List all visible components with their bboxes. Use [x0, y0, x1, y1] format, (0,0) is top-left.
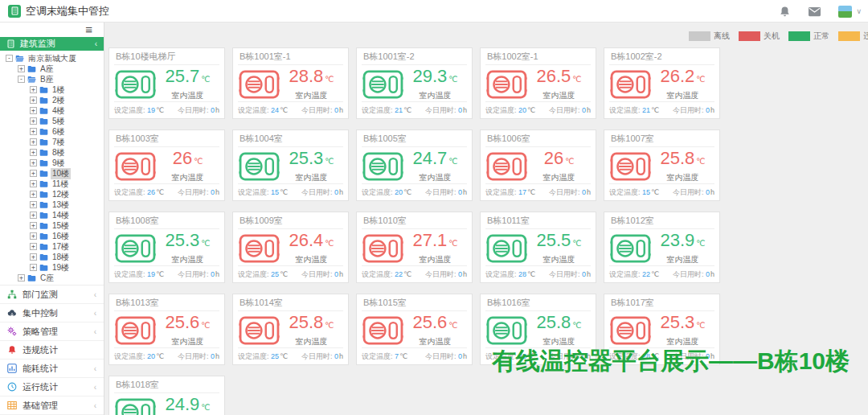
room-card[interactable]: B栋1015室 25.6℃ 室内温度 设定温度: 7℃ 今日用时: 0h: [356, 294, 473, 365]
legend-item: 违规: [838, 31, 868, 42]
tree-node-label: B座: [39, 74, 55, 85]
sidebar-collapse-button[interactable]: ≡: [85, 23, 92, 35]
room-card[interactable]: B栋10楼电梯厅 25.7℃ 室内温度 设定温度: 19℃ 今日用时: 0h: [108, 47, 225, 119]
tree-node[interactable]: + 15楼: [0, 220, 104, 231]
tree-expander-icon[interactable]: -: [6, 55, 13, 62]
tree-node[interactable]: - 南京新城大厦: [0, 53, 104, 64]
sidebar-item[interactable]: 违规统计: [0, 341, 104, 360]
room-card[interactable]: B栋1002室-1 26.5℃ 室内温度 设定温度: 20℃ 今日用时: 0h: [480, 47, 596, 119]
legend-swatch: [838, 31, 860, 41]
sidebar-item[interactable]: 策略管理 ‹: [0, 323, 104, 341]
sidebar-item[interactable]: 运行统计 ‹: [0, 378, 104, 397]
room-name: B栋1008室: [114, 212, 219, 229]
sidebar-item[interactable]: 部门监测 ‹: [0, 286, 104, 304]
room-card[interactable]: B栋1010室 27.1℃ 室内温度 设定温度: 22℃ 今日用时: 0h: [356, 212, 473, 283]
app-logo-icon: [8, 5, 21, 18]
tree-node[interactable]: + 1楼: [0, 84, 104, 95]
room-card[interactable]: B栋1011室 25.5℃ 室内温度 设定温度: 28℃ 今日用时: 0h: [480, 212, 596, 283]
room-card[interactable]: B栋1006室 26℃ 室内温度 设定温度: 17℃ 今日用时: 0h: [480, 129, 596, 201]
tree-expander-icon[interactable]: +: [30, 97, 37, 104]
tree-expander-icon[interactable]: +: [30, 138, 37, 146]
room-card[interactable]: B栋1003室 26℃ 室内温度 设定温度: 26℃ 今日用时: 0h: [108, 129, 225, 201]
tree-node[interactable]: + 17楼: [0, 241, 104, 252]
tree-node[interactable]: + C座: [0, 273, 104, 283]
tree-node[interactable]: + 5楼: [0, 116, 104, 126]
tree-node[interactable]: + 14楼: [0, 210, 104, 220]
sidebar-menu: 部门监测 ‹ 集中控制 ‹ 策略管理 ‹ 违规统计 能耗统计 ‹ 运行统计 ‹: [0, 285, 104, 415]
tree-node[interactable]: + A座: [0, 64, 104, 74]
sidebar-item-label: 部门监测: [23, 289, 58, 301]
room-card[interactable]: B栋1012室 23.9℃ 室内温度 设定温度: 22℃ 今日用时: 0h: [604, 212, 720, 283]
tree-expander-icon[interactable]: +: [30, 180, 37, 187]
room-card[interactable]: B栋1001室-1 28.8℃ 室内温度 设定温度: 24℃ 今日用时: 0h: [232, 47, 349, 119]
folder-closed-icon: [39, 264, 48, 271]
tree-node[interactable]: + 13楼: [0, 199, 104, 210]
tree-node[interactable]: + 10楼: [0, 168, 104, 179]
tree-node[interactable]: + 9楼: [0, 158, 104, 168]
usage-time: 今日用时: 0h: [178, 187, 219, 198]
usage-time: 今日用时: 0h: [549, 187, 591, 198]
tree-expander-icon[interactable]: +: [30, 232, 37, 240]
folder-closed-icon: [39, 243, 48, 250]
tree-expander-icon[interactable]: +: [30, 212, 37, 219]
room-name: B栋1012室: [609, 212, 714, 229]
messages-mail-icon[interactable]: [809, 6, 821, 18]
room-card[interactable]: B栋1001室-2 29.3℃ 室内温度 设定温度: 21℃ 今日用时: 0h: [356, 47, 473, 119]
sidebar-item[interactable]: 能耗统计 ‹: [0, 360, 104, 378]
tree-node[interactable]: + 7楼: [0, 137, 104, 147]
room-card[interactable]: B栋1004室 25.3℃ 室内温度 设定温度: 15℃ 今日用时: 0h: [232, 129, 349, 201]
tree-node[interactable]: + 11楼: [0, 179, 104, 189]
indoor-temp-value: 24.7: [412, 148, 447, 168]
tree-expander-icon[interactable]: -: [18, 76, 25, 83]
tree-node-label: 7楼: [51, 137, 67, 148]
room-card[interactable]: B栋1007室 25.8℃ 室内温度 设定温度: 15℃ 今日用时: 0h: [604, 129, 720, 201]
tree-node[interactable]: + 16楼: [0, 231, 104, 241]
tree-node[interactable]: - B座: [0, 74, 104, 84]
set-temp: 设定温度: 20℃: [362, 187, 411, 198]
usage-time: 今日用时: 0h: [549, 269, 591, 280]
room-card[interactable]: B栋1013室 25.6℃ 室内温度 设定温度: 20℃ 今日用时: 0h: [108, 294, 225, 365]
tree-expander-icon[interactable]: +: [30, 159, 37, 166]
room-card[interactable]: B栋1002室-2 26.2℃ 室内温度 设定温度: 21℃ 今日用时: 0h: [604, 47, 720, 119]
tree-node[interactable]: + 4楼: [0, 105, 104, 116]
room-card[interactable]: B栋1009室 26.4℃ 室内温度 设定温度: 25℃ 今日用时: 0h: [232, 212, 349, 283]
tree-node[interactable]: + 12楼: [0, 189, 104, 199]
legend-item: 正常: [788, 31, 829, 42]
tree-expander-icon[interactable]: +: [30, 149, 37, 156]
tree-node[interactable]: + 19楼: [0, 262, 104, 273]
tree-node[interactable]: + 8楼: [0, 147, 104, 158]
tree-expander-icon[interactable]: +: [30, 201, 37, 208]
tree-node[interactable]: + 2楼: [0, 95, 104, 105]
temp-unit: ℃: [696, 321, 705, 330]
tree-expander-icon[interactable]: +: [30, 170, 37, 177]
room-card[interactable]: B栋1005室 24.7℃ 室内温度 设定温度: 20℃ 今日用时: 0h: [356, 129, 473, 201]
room-card[interactable]: B栋1014室 25.8℃ 室内温度 设定温度: 25℃ 今日用时: 0h: [232, 294, 349, 365]
room-card[interactable]: B栋1008室 25.3℃ 室内温度 设定温度: 19℃ 今日用时: 0h: [108, 212, 225, 283]
tree-expander-icon[interactable]: +: [18, 274, 25, 281]
tree-node[interactable]: + 6楼: [0, 126, 104, 137]
tree-expander-icon[interactable]: +: [30, 222, 37, 229]
tree-node[interactable]: + 18楼: [0, 252, 104, 262]
sidebar-item[interactable]: 集中控制 ‹: [0, 304, 104, 323]
tree-expander-icon[interactable]: +: [30, 243, 37, 250]
tree-expander-icon[interactable]: +: [30, 128, 37, 135]
legend-item: 离线: [689, 31, 730, 42]
tree-node-label: 15楼: [51, 220, 71, 232]
sidebar-item-building-monitor[interactable]: 建筑监测 ‹: [0, 37, 104, 51]
tree-expander-icon[interactable]: +: [30, 264, 37, 271]
tree-expander-icon[interactable]: +: [30, 86, 37, 93]
room-card[interactable]: B栋1018室 24.9℃ 室内温度 设定温度: 25℃ 今日用时: 0h: [108, 376, 225, 415]
tree-expander-icon[interactable]: +: [30, 191, 37, 198]
tree-expander-icon[interactable]: +: [30, 107, 37, 114]
sitemap-icon: [7, 290, 17, 299]
ac-unit-icon: [239, 233, 280, 264]
ac-unit-icon: [362, 151, 403, 182]
user-menu[interactable]: ∨: [838, 6, 862, 18]
tree-expander-icon[interactable]: +: [30, 253, 37, 261]
tree-expander-icon[interactable]: +: [30, 117, 37, 125]
sidebar-item[interactable]: 基础管理 ‹: [0, 397, 104, 415]
tree-node-label: 13楼: [51, 199, 71, 211]
indoor-temp-value: 24.9: [165, 394, 199, 414]
notifications-bell-icon[interactable]: [779, 6, 791, 18]
tree-expander-icon[interactable]: +: [18, 65, 25, 72]
